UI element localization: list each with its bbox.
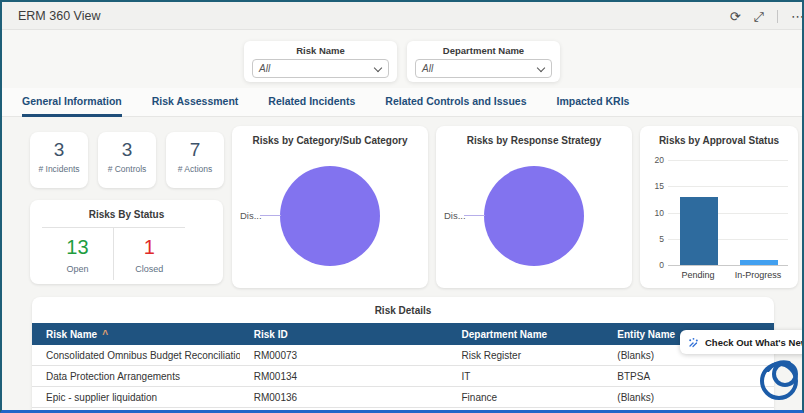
gridline [668,186,788,187]
kpi-row: 3 # Incidents 3 # Controls 7 # Actions [30,132,224,188]
chevron-down-icon [374,64,382,72]
kpi-incidents-label: # Incidents [30,164,88,174]
closed-risks-cell: 1 Closed [114,228,185,280]
risks-by-category-chart-card: Risks by Category/Sub Category Dis... [232,126,428,288]
risks-by-approval-status-title: Risks by Approval Status [640,126,798,146]
risks-by-approval-status-chart-card: Risks by Approval Status 20 15 10 5 0 Pe… [640,126,798,288]
response-strategy-pie-callout-line [464,215,485,216]
cell-department-name: Finance [448,392,604,403]
title-bar: ERM 360 View ⟳ ⤢ ⋯ [2,2,802,30]
risk-table-header: Risk Name^ Risk ID Department Name Entit… [32,323,774,345]
whats-new-tooltip[interactable]: Check Out What's New Beta [680,330,804,354]
risks-by-category-title: Risks by Category/Sub Category [232,126,428,146]
risk-details-title: Risk Details [32,297,774,316]
risk-name-header-label: Risk Name [46,329,97,340]
kpi-incidents: 3 # Incidents [30,132,88,188]
table-row[interactable]: Data Protection Arrangements RM00134 IT … [32,366,774,387]
bar-in-progress[interactable] [740,260,778,265]
kpi-actions-value: 7 [166,139,224,161]
tab-related-incidents[interactable]: Related Incidents [268,88,355,117]
risks-by-status-body: 13 Open 1 Closed [42,227,185,280]
cell-risk-name: Epic - supplier liquidation [32,392,240,403]
whats-new-label: Check Out What's New [705,337,804,348]
table-row[interactable]: Funding Growth RM00071 Risk Register (Bl… [32,408,774,413]
tab-risk-assessment[interactable]: Risk Assessment [152,88,239,117]
tab-general-information[interactable]: General Information [22,88,122,117]
department-name-dropdown[interactable]: All [415,59,552,78]
column-header-department-name[interactable]: Department Name [448,329,604,340]
y-tick: 5 [644,234,664,244]
risks-by-response-strategy-chart-card: Risks by Response Strategy Dis... [436,126,632,288]
risks-by-status-card: Risks By Status 13 Open 1 Closed [30,200,223,284]
x-label-in-progress: In-Progress [728,270,788,280]
erm-360-view-window: ERM 360 View ⟳ ⤢ ⋯ Risk Name All Departm… [0,0,804,413]
kpi-incidents-value: 3 [30,139,88,161]
kpi-actions-label: # Actions [166,164,224,174]
refresh-icon[interactable]: ⟳ [730,10,741,23]
tab-bar: General Information Risk Assessment Rela… [2,88,802,117]
cell-risk-id: RM00134 [240,371,448,382]
risk-details-card: Risk Details Risk Name^ Risk ID Departme… [32,297,774,413]
approval-status-plot-area: 20 15 10 5 0 [668,160,788,266]
cell-risk-id: RM00136 [240,392,448,403]
risk-name-dropdown[interactable]: All [252,59,389,78]
cell-entity-name: BTPSA [603,371,774,382]
category-pie-label: Dis... [240,210,262,221]
more-options-icon[interactable]: ⋯ [791,10,804,23]
chevron-down-icon [537,64,545,72]
closed-count: 1 [114,236,185,259]
cell-department-name: IT [448,371,604,382]
filter-bar: Risk Name All Department Name All [2,30,802,88]
tab-impacted-kris[interactable]: Impacted KRIs [557,88,630,117]
tab-related-controls-and-issues[interactable]: Related Controls and Issues [385,88,526,117]
cell-risk-id: RM00073 [240,350,448,361]
y-tick: 10 [644,208,664,218]
y-tick: 0 [644,260,664,270]
table-row[interactable]: Epic - supplier liquidation RM00136 Fina… [32,387,774,408]
assistant-orb-logo[interactable] [754,352,804,410]
category-pie-slice[interactable] [280,166,380,266]
kpi-actions: 7 # Actions [166,132,224,188]
column-header-risk-id[interactable]: Risk ID [240,329,448,340]
risk-name-dropdown-value: All [259,63,270,74]
category-pie-callout-line [260,215,281,216]
risk-name-filter: Risk Name All [244,41,397,82]
sort-ascending-icon: ^ [102,329,108,340]
department-name-filter: Department Name All [407,41,560,82]
open-risks-cell: 13 Open [42,228,114,280]
table-row[interactable]: Consolidated Omnibus Budget Reconciliati… [32,345,774,366]
gridline [668,160,788,161]
open-label: Open [42,264,113,280]
response-strategy-pie-label: Dis... [444,210,466,221]
risks-by-status-title: Risks By Status [30,200,223,220]
department-name-dropdown-value: All [422,63,433,74]
closed-label: Closed [114,264,185,280]
x-label-pending: Pending [668,270,728,280]
toolbar-divider [777,10,778,23]
bar-pending[interactable] [680,197,718,265]
kpi-controls: 3 # Controls [98,132,156,188]
risk-name-filter-label: Risk Name [244,45,397,56]
department-name-filter-label: Department Name [407,45,560,56]
open-count: 13 [42,236,113,259]
title-bar-actions: ⟳ ⤢ ⋯ [730,2,796,30]
sparkle-icon [688,337,699,348]
y-tick: 15 [644,181,664,191]
expand-icon[interactable]: ⤢ [754,10,764,23]
cell-risk-name: Data Protection Arrangements [32,371,240,382]
approval-status-x-axis: Pending In-Progress [668,270,788,280]
response-strategy-pie-slice[interactable] [484,166,584,266]
y-tick: 20 [644,155,664,165]
page-title: ERM 360 View [18,9,100,23]
cell-risk-name: Consolidated Omnibus Budget Reconciliati… [32,350,240,361]
cell-department-name: Risk Register [448,350,604,361]
kpi-controls-value: 3 [98,139,156,161]
kpi-controls-label: # Controls [98,164,156,174]
risks-by-response-strategy-title: Risks by Response Strategy [436,126,632,146]
column-header-risk-name[interactable]: Risk Name^ [32,329,240,340]
cell-entity-name: (Blanks) [603,392,774,403]
